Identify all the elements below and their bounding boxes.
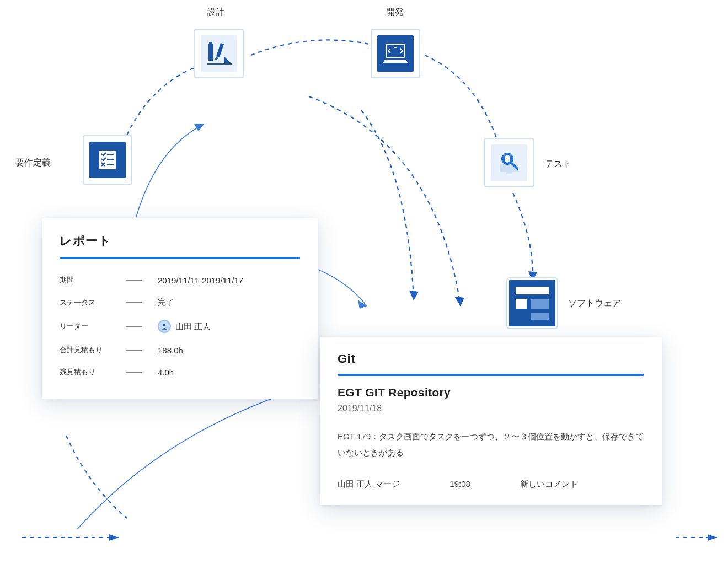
report-label: ステータス — [60, 298, 126, 308]
report-label: 残見積もり — [60, 367, 126, 377]
git-title: Git — [338, 352, 644, 366]
avatar-icon — [158, 320, 171, 333]
git-comment-label: 新しいコメント — [520, 479, 578, 490]
stage-label-requirements: 要件定義 — [15, 157, 51, 169]
git-repo-title: EGT GIT Repository — [338, 386, 644, 399]
svg-marker-6 — [358, 300, 367, 309]
report-value: 2019/11/11-2019/11/17 — [158, 276, 243, 285]
stage-label-design: 設計 — [207, 7, 224, 18]
checklist-icon — [96, 148, 119, 171]
stage-label-test: テスト — [545, 158, 571, 170]
stage-icon-requirements — [83, 135, 132, 185]
stage-label-development: 開発 — [386, 7, 404, 18]
svg-rect-12 — [209, 42, 212, 44]
svg-point-19 — [505, 155, 510, 163]
git-author-action: 山田 正人 マージ — [338, 479, 400, 490]
report-value: 4.0h — [158, 368, 174, 377]
report-label: リーダー — [60, 321, 126, 331]
stage-icon-software — [507, 278, 557, 328]
svg-marker-4 — [409, 291, 419, 300]
report-value: 188.0h — [158, 346, 183, 355]
bug-magnifier-icon — [495, 149, 523, 176]
report-card: レポート 期間 2019/11/11-2019/11/17 ステータス 完了 リ… — [42, 218, 318, 399]
svg-marker-1 — [109, 534, 119, 541]
git-date: 2019/11/18 — [338, 404, 644, 413]
design-tools-icon — [205, 40, 233, 67]
git-time: 19:08 — [449, 479, 470, 490]
stage-label-software: ソフトウェア — [568, 298, 621, 309]
svg-marker-5 — [194, 124, 204, 131]
git-footer: 山田 正人 マージ 19:08 新しいコメント — [338, 479, 644, 490]
leader-name: 山田 正人 — [175, 321, 211, 332]
stage-icon-development — [371, 29, 420, 78]
git-body: EGT-179：タスク画面でタスクを一つずつ、２〜３個位置を動かすと、保存できて… — [338, 429, 644, 460]
svg-marker-3 — [454, 297, 464, 306]
svg-marker-2 — [708, 534, 717, 541]
report-row-status: ステータス 完了 — [60, 291, 300, 314]
report-label: 期間 — [60, 275, 126, 285]
report-row-estimate-remaining: 残見積もり 4.0h — [60, 361, 300, 383]
card-separator — [60, 257, 300, 259]
card-separator — [338, 374, 644, 376]
stage-icon-design — [194, 29, 244, 78]
svg-rect-11 — [208, 44, 213, 61]
report-row-estimate-total: 合計見積もり 188.0h — [60, 339, 300, 361]
report-value: 完了 — [158, 297, 174, 308]
report-title: レポート — [60, 233, 300, 249]
svg-rect-17 — [506, 172, 512, 174]
stage-icon-test — [484, 138, 534, 187]
code-laptop-icon — [382, 40, 409, 67]
report-label: 合計見積もり — [60, 345, 126, 355]
git-card: Git EGT GIT Repository 2019/11/18 EGT-17… — [320, 337, 662, 505]
report-row-leader: リーダー 山田 正人 — [60, 314, 300, 339]
svg-point-23 — [163, 324, 166, 326]
report-value: 山田 正人 — [158, 320, 211, 333]
report-row-period: 期間 2019/11/11-2019/11/17 — [60, 269, 300, 291]
